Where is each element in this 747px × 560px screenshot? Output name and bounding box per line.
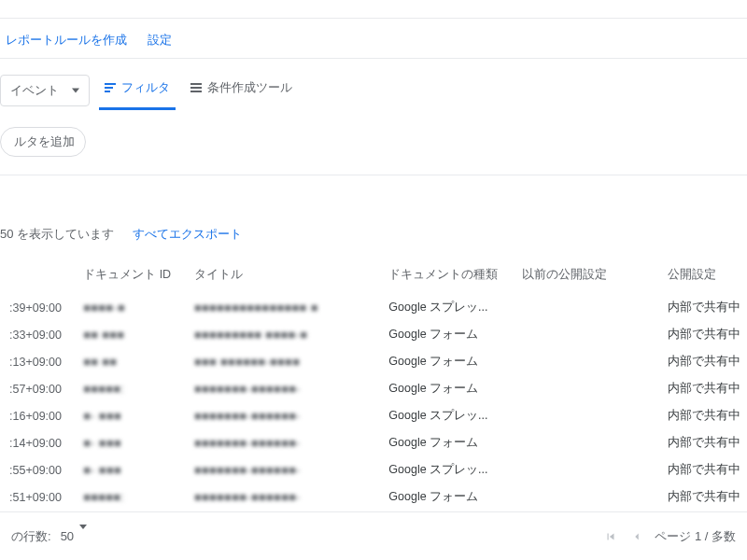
cell-title: ■■■■■■■-■■■■■■- [185,375,379,402]
table-row[interactable]: :51+09:00■■■■■:■■■■■■■-■■■■■■-Google フォー… [0,483,747,511]
filter-icon [105,83,116,92]
cell-prev-visibility [513,294,658,321]
cell-prev-visibility [513,321,658,348]
filter-tab[interactable]: フィルタ [99,70,176,110]
cell-time: :13+09:00 [0,348,74,375]
cell-doc-id: ■■■■■: [74,375,185,402]
create-report-rule-link[interactable]: レポートルールを作成 [6,33,127,47]
cell-prev-visibility [513,429,658,456]
cell-doc-type: Google フォーム [379,429,513,456]
page-indicator: ページ 1 / 多数 [655,528,736,545]
table-row[interactable]: :13+09:00■■ ■■■■■ ■■■■■■-■■■■Google フォーム… [0,348,747,375]
filter-toolbar: イベント フィルタ 条件作成ツール [0,59,747,110]
col-prev-visibility[interactable]: 以前の公開設定 [513,259,658,294]
cell-title: ■■■ ■■■■■■-■■■■ [185,348,379,375]
col-time[interactable] [0,259,74,294]
prev-page-button[interactable] [628,528,645,545]
table-row[interactable]: :57+09:00■■■■■:■■■■■■■-■■■■■■-Google フォー… [0,375,747,402]
cell-prev-visibility [513,456,658,483]
table-header-row: ドキュメント ID タイトル ドキュメントの種類 以前の公開設定 公開設定 [0,259,747,294]
cell-doc-id: ■- ■■■ [74,456,185,483]
chevron-down-icon [72,88,79,92]
table-row[interactable]: :16+09:00■- ■■■■■■■■■■-■■■■■■-Google スプレ… [0,402,747,429]
filter-chip-row: ルタを追加 [0,110,747,175]
event-dropdown-label: イベント [10,83,59,97]
cell-doc-id: ■■■■■: [74,483,185,511]
filter-tab-label: フィルタ [121,79,170,96]
results-status-row: 50 を表示しています すべてエクスポート [0,175,747,259]
cell-doc-id: ■■■■-■ [74,294,185,321]
col-visibility[interactable]: 公開設定 [658,259,747,294]
rows-per-page-value: 50 [61,529,74,543]
event-dropdown[interactable]: イベント [0,75,90,106]
cell-doc-type: Google フォーム [379,375,513,402]
cell-doc-type: Google スプレッ... [379,402,513,429]
cell-doc-type: Google フォーム [379,483,513,511]
cell-visibility: 内部で共有中 [658,294,747,321]
cell-doc-type: Google スプレッ... [379,456,513,483]
cell-doc-type: Google フォーム [379,348,513,375]
cell-visibility: 内部で共有中 [658,429,747,456]
add-filter-chip[interactable]: ルタを追加 [0,127,86,157]
cell-prev-visibility [513,348,658,375]
cell-time: :16+09:00 [0,402,74,429]
condition-builder-tab[interactable]: 条件作成ツール [185,70,298,110]
cell-doc-id: ■- ■■■ [74,429,185,456]
cell-title: ■■■■■■■-■■■■■■- [185,483,379,511]
cell-time: :33+09:00 [0,321,74,348]
showing-count-text: 50 を表示しています [0,226,114,243]
cell-time: :57+09:00 [0,375,74,402]
cell-time: :51+09:00 [0,483,74,511]
cell-prev-visibility [513,402,658,429]
cell-visibility: 内部で共有中 [658,321,747,348]
cell-doc-type: Google フォーム [379,321,513,348]
col-doc-id[interactable]: ドキュメント ID [74,259,185,294]
cell-visibility: 内部で共有中 [658,375,747,402]
table-row[interactable]: :14+09:00■- ■■■■■■■■■■-■■■■■■-Google フォー… [0,429,747,456]
cell-prev-visibility [513,483,658,511]
cell-visibility: 内部で共有中 [658,402,747,429]
cell-title: ■■■■■■■■■ ■■■■-■ [185,321,379,348]
pagination-footer: の行数: 50 ページ 1 / 多数 [0,511,747,560]
rows-per-page-label: の行数: [11,528,51,545]
table-row[interactable]: :39+09:00■■■■-■■■■■■■■■■■■■■■■ ■Google ス… [0,294,747,321]
cell-doc-id: ■■ ■■ [74,348,185,375]
export-all-link[interactable]: すべてエクスポート [133,226,242,243]
secondary-nav: レポートルールを作成 設定 [0,19,747,59]
cell-doc-id: ■- ■■■ [74,402,185,429]
cell-visibility: 内部で共有中 [658,348,747,375]
cell-time: :39+09:00 [0,294,74,321]
condition-tab-label: 条件作成ツール [207,79,292,96]
rows-per-page-select[interactable]: 50 [61,529,87,543]
settings-link[interactable]: 設定 [148,33,172,47]
table-row[interactable]: :33+09:00■■ ■■■■■■■■■■■■ ■■■■-■Google フォ… [0,321,747,348]
condition-icon [190,83,202,92]
first-page-button[interactable] [602,528,619,545]
col-doc-type[interactable]: ドキュメントの種類 [379,259,513,294]
cell-time: :14+09:00 [0,429,74,456]
cell-time: :55+09:00 [0,456,74,483]
chevron-down-icon [79,525,87,543]
cell-visibility: 内部で共有中 [658,456,747,483]
cell-visibility: 内部で共有中 [658,483,747,511]
cell-title: ■■■■■■■■■■■■■■■ ■ [185,294,379,321]
cell-prev-visibility [513,375,658,402]
cell-doc-id: ■■ ■■■ [74,321,185,348]
cell-title: ■■■■■■■-■■■■■■- [185,402,379,429]
col-title[interactable]: タイトル [185,259,379,294]
table-row[interactable]: :55+09:00■- ■■■■■■■■■■-■■■■■■-Google スプレ… [0,456,747,483]
cell-doc-type: Google スプレッ... [379,294,513,321]
window-titlebar [0,0,747,19]
cell-title: ■■■■■■■-■■■■■■- [185,456,379,483]
cell-title: ■■■■■■■-■■■■■■- [185,429,379,456]
